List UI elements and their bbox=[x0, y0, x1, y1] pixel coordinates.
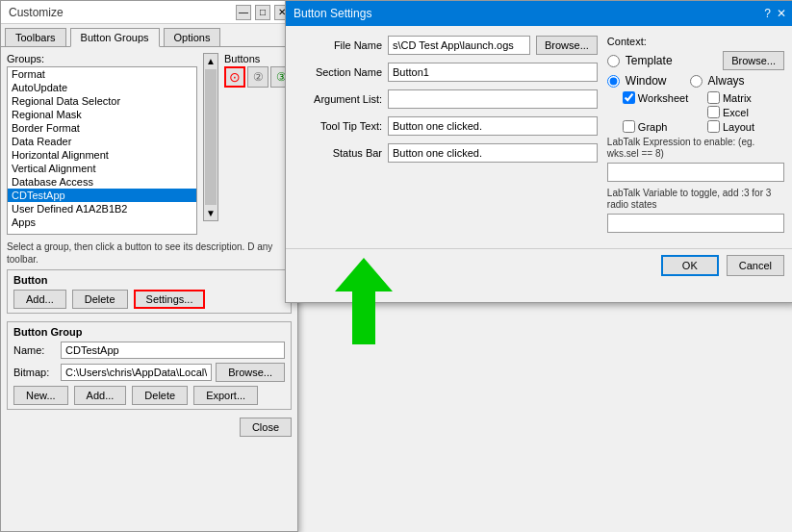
scroll-up-icon[interactable]: ▲ bbox=[204, 54, 217, 68]
status-bar-input[interactable] bbox=[388, 143, 598, 163]
ok-button[interactable]: OK bbox=[661, 255, 719, 276]
button-group-section-label: Button Group bbox=[13, 326, 285, 338]
graph-checkbox-row: Graph bbox=[623, 120, 700, 133]
template-radio-row: Template Browse... bbox=[607, 51, 784, 70]
groups-container: Groups: Format AutoUpdate Regional Data … bbox=[7, 53, 197, 235]
window-radio-row: Window Always bbox=[607, 74, 784, 88]
bitmap-label: Bitmap: bbox=[13, 367, 57, 378]
settings-body: File Name Browse... Section Name Argumen… bbox=[286, 26, 792, 248]
minimize-button[interactable]: — bbox=[236, 5, 251, 20]
tool-tip-label: Tool Tip Text: bbox=[295, 120, 382, 132]
add-button[interactable]: Add... bbox=[13, 290, 66, 309]
graph-label: Graph bbox=[638, 121, 668, 133]
matrix-label: Matrix bbox=[723, 92, 752, 104]
labtalk-enable-label: LabTalk Expression to enable: (eg. wks.s… bbox=[607, 137, 784, 160]
list-item-cdtestapp[interactable]: CDTestApp bbox=[8, 189, 196, 202]
always-radio-label: Always bbox=[708, 74, 745, 88]
customize-body: Groups: Format AutoUpdate Regional Data … bbox=[1, 47, 297, 443]
close-row: Close bbox=[7, 418, 292, 437]
file-browse-button[interactable]: Browse... bbox=[536, 36, 598, 55]
graph-checkbox[interactable] bbox=[623, 120, 635, 133]
scroll-down-icon[interactable]: ▼ bbox=[204, 206, 217, 220]
settings-close-icon[interactable]: ✕ bbox=[777, 7, 786, 20]
button-section-label: Button bbox=[13, 274, 285, 286]
worksheet-label: Worksheet bbox=[638, 92, 688, 104]
maximize-button[interactable]: □ bbox=[255, 5, 270, 20]
list-item[interactable]: Apps bbox=[8, 215, 196, 229]
buttons-container: Buttons ⊙ ② ③ bbox=[224, 53, 292, 235]
bitmap-field-row: Bitmap: Browse... bbox=[13, 363, 285, 382]
scrollbar[interactable]: ▲ ▼ bbox=[203, 53, 218, 221]
matrix-checkbox[interactable] bbox=[707, 91, 720, 104]
cancel-button[interactable]: Cancel bbox=[727, 255, 784, 276]
status-bar-row: Status Bar bbox=[295, 143, 598, 163]
tab-toolbars[interactable]: Toolbars bbox=[5, 28, 66, 46]
tab-button-groups[interactable]: Button Groups bbox=[70, 28, 160, 47]
template-radio[interactable] bbox=[607, 55, 620, 67]
list-item[interactable]: Horizontal Alignment bbox=[8, 148, 196, 162]
export-button[interactable]: Export... bbox=[193, 386, 258, 405]
list-item[interactable]: Regional Data Selector bbox=[8, 94, 196, 108]
name-input[interactable] bbox=[61, 342, 285, 359]
delete-button[interactable]: Delete bbox=[72, 290, 128, 309]
list-item[interactable]: AutoUpdate bbox=[8, 81, 196, 94]
hint-text: Select a group, then click a button to s… bbox=[7, 241, 292, 266]
excel-label: Excel bbox=[723, 107, 749, 118]
groups-label: Groups: bbox=[7, 53, 197, 64]
customize-title: Customize bbox=[9, 6, 64, 19]
name-label: Name: bbox=[13, 344, 57, 356]
settings-dialog: Button Settings ? ✕ File Name Browse... … bbox=[285, 0, 792, 303]
template-browse-button[interactable]: Browse... bbox=[723, 51, 784, 70]
tool-tip-input[interactable] bbox=[388, 116, 598, 136]
argument-list-row: Argument List: bbox=[295, 89, 598, 109]
excel-checkbox[interactable] bbox=[707, 106, 720, 118]
settings-titlebar-controls: ? ✕ bbox=[764, 7, 786, 20]
settings-footer: OK Cancel bbox=[286, 248, 792, 282]
bitmap-input[interactable] bbox=[61, 364, 212, 381]
worksheet-checkbox[interactable] bbox=[623, 91, 635, 104]
section-name-row: Section Name bbox=[295, 63, 598, 82]
always-radio[interactable] bbox=[690, 75, 703, 88]
list-item[interactable]: Regional Mask bbox=[8, 108, 196, 121]
list-item[interactable]: Border Format bbox=[8, 121, 196, 135]
section-name-input[interactable] bbox=[388, 63, 598, 82]
bitmap-browse-button[interactable]: Browse... bbox=[216, 363, 285, 382]
checkbox-grid: Worksheet Matrix Excel Graph Layout bbox=[623, 91, 784, 133]
window-radio[interactable] bbox=[607, 75, 620, 88]
list-item[interactable]: Database Access bbox=[8, 175, 196, 189]
worksheet-checkbox-row: Worksheet bbox=[623, 91, 700, 104]
button-actions-row: Add... Delete Settings... bbox=[13, 290, 285, 309]
list-item[interactable]: Vertical Alignment bbox=[8, 162, 196, 175]
customize-dialog: Customize — □ ✕ Toolbars Button Groups O… bbox=[0, 0, 298, 532]
question-icon[interactable]: ? bbox=[764, 7, 771, 20]
close-button-main[interactable]: Close bbox=[240, 418, 292, 437]
file-name-input[interactable] bbox=[388, 36, 530, 55]
context-label: Context: bbox=[607, 36, 784, 47]
groups-list[interactable]: Format AutoUpdate Regional Data Selector… bbox=[7, 66, 197, 235]
button-icon-2[interactable]: ② bbox=[247, 66, 268, 88]
window-radio-label: Window bbox=[626, 74, 667, 88]
button-section: Button Add... Delete Settings... bbox=[7, 269, 292, 314]
buttons-label: Buttons bbox=[224, 53, 292, 64]
button-icon-1[interactable]: ⊙ bbox=[224, 66, 245, 88]
settings-button[interactable]: Settings... bbox=[134, 290, 206, 309]
labtalk-enable-input[interactable] bbox=[607, 163, 784, 182]
group-actions-row: New... Add... Delete Export... bbox=[13, 386, 285, 405]
argument-list-input[interactable] bbox=[388, 89, 598, 109]
matrix-checkbox-row: Matrix bbox=[707, 91, 784, 104]
button-group-section: Button Group Name: Bitmap: Browse... New… bbox=[7, 321, 292, 410]
section-name-label: Section Name bbox=[295, 66, 382, 78]
list-item[interactable]: Format bbox=[8, 67, 196, 81]
labtalk-toggle-input[interactable] bbox=[607, 214, 784, 233]
groups-buttons-area: Groups: Format AutoUpdate Regional Data … bbox=[7, 53, 292, 235]
file-name-row: File Name Browse... bbox=[295, 36, 598, 55]
new-button[interactable]: New... bbox=[13, 386, 68, 405]
layout-checkbox[interactable] bbox=[707, 120, 720, 133]
delete2-button[interactable]: Delete bbox=[132, 386, 188, 405]
list-item[interactable]: User Defined A1A2B1B2 bbox=[8, 202, 196, 215]
add2-button[interactable]: Add... bbox=[74, 386, 127, 405]
tab-options[interactable]: Options bbox=[164, 28, 221, 46]
customize-titlebar: Customize — □ ✕ bbox=[1, 1, 297, 24]
file-name-label: File Name bbox=[295, 39, 382, 51]
list-item[interactable]: Data Reader bbox=[8, 135, 196, 148]
